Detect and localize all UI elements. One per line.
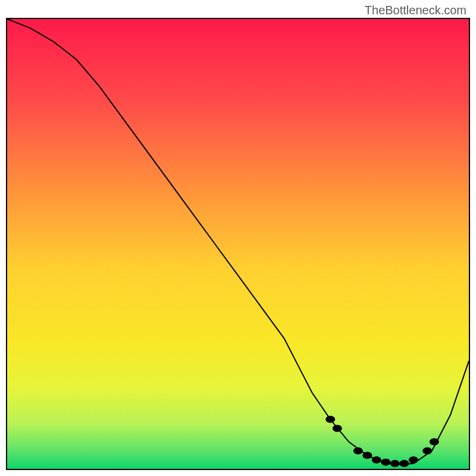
plot-area — [6, 18, 470, 470]
marker-layer — [7, 19, 469, 469]
data-marker — [381, 459, 390, 466]
data-marker — [333, 425, 342, 432]
attribution-label: TheBottleneck.com — [365, 4, 466, 17]
data-marker — [399, 460, 409, 467]
data-marker — [430, 439, 439, 446]
data-marker — [353, 447, 363, 455]
data-marker — [372, 456, 381, 464]
data-marker — [422, 447, 432, 455]
chart-container: TheBottleneck.com — [0, 0, 476, 476]
data-marker — [390, 460, 400, 467]
data-marker — [362, 452, 372, 459]
data-marker — [325, 416, 335, 423]
data-marker — [409, 456, 418, 464]
